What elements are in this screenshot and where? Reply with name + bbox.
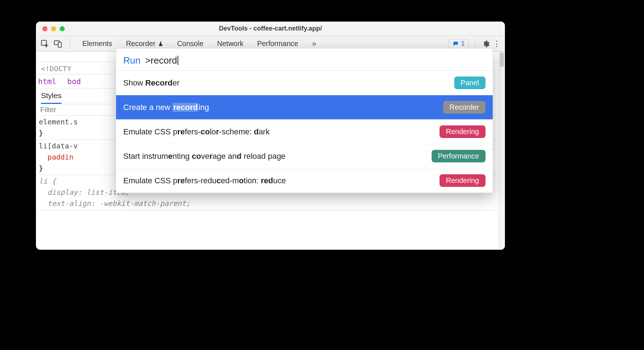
close-window-button[interactable] (42, 26, 47, 31)
rule-prop: paddin (47, 153, 73, 161)
rule-selector: li { (39, 177, 56, 185)
titlebar: DevTools - coffee-cart.netlify.app/ (36, 22, 505, 36)
tab-elements[interactable]: Elements (82, 40, 112, 48)
inspect-icon[interactable] (40, 39, 50, 49)
rule-prop: display (47, 188, 78, 197)
tabs-overflow[interactable]: » (312, 39, 316, 49)
command-item-label: Start instrumenting coverage and reload … (123, 152, 285, 161)
issues-chip[interactable]: 1 (448, 39, 469, 49)
command-item-pill: Rendering (440, 125, 486, 138)
tab-network[interactable]: Network (217, 40, 243, 48)
run-label: Run (123, 55, 141, 66)
settings-button[interactable] (482, 40, 490, 48)
flask-icon (158, 41, 164, 47)
brace: } (39, 164, 43, 172)
chat-icon (452, 41, 459, 47)
command-item[interactable]: Emulate CSS prefers-color-scheme: darkRe… (116, 120, 493, 144)
toolbar-right: 1 ⋮ (448, 39, 501, 49)
minimize-window-button[interactable] (51, 26, 56, 31)
command-query: >record (145, 55, 177, 66)
tab-console[interactable]: Console (177, 40, 203, 48)
command-item-label: Show Recorder (123, 78, 180, 88)
command-item[interactable]: Emulate CSS prefers-reduced-motion: redu… (116, 169, 493, 193)
command-item[interactable]: Start instrumenting coverage and reload … (116, 144, 493, 169)
panel-tabs: Elements Recorder Console Network Perfor… (77, 39, 445, 49)
tab-recorder-label: Recorder (126, 40, 155, 48)
scrollbar-thumb[interactable] (500, 52, 504, 67)
command-item[interactable]: Create a new recordingRecorder (116, 95, 493, 120)
rule-selector: li[data-v (39, 142, 78, 150)
device-toggle-icon[interactable] (53, 39, 63, 49)
command-item[interactable]: Show RecorderPanel (116, 71, 493, 95)
divider (70, 39, 70, 49)
zoom-window-button[interactable] (60, 26, 65, 31)
brace: } (39, 129, 43, 137)
traffic-lights (36, 26, 65, 31)
command-item-pill: Recorder (443, 101, 486, 114)
more-menu-button[interactable]: ⋮ (493, 40, 501, 48)
devtools-window: DevTools - coffee-cart.netlify.app/ Elem… (36, 22, 505, 250)
tab-performance[interactable]: Performance (257, 40, 298, 48)
rule-selector: element.s (39, 118, 78, 126)
text-caret (178, 56, 178, 65)
command-item-pill: Rendering (440, 174, 486, 187)
command-item-label: Create a new recording (123, 103, 209, 112)
rule-prop: text-align (47, 199, 91, 208)
command-item-pill: Panel (454, 77, 486, 89)
command-menu: Run >record Show RecorderPanelCreate a n… (116, 48, 493, 193)
command-item-label: Emulate CSS prefers-reduced-motion: redu… (123, 176, 286, 185)
divider (475, 39, 475, 49)
command-item-pill: Performance (432, 150, 486, 162)
tab-recorder[interactable]: Recorder (126, 40, 163, 48)
command-items: Show RecorderPanelCreate a new recording… (116, 71, 493, 193)
rule-val: -webkit-match-parent (100, 199, 186, 208)
crumb-html[interactable]: html (38, 77, 56, 86)
issues-count: 1 (461, 40, 465, 47)
window-title: DevTools - coffee-cart.netlify.app/ (36, 25, 505, 32)
svg-rect-2 (58, 42, 61, 47)
command-menu-search[interactable]: Run >record (116, 49, 493, 71)
command-item-label: Emulate CSS prefers-color-scheme: dark (123, 127, 270, 137)
scrollbar[interactable] (498, 52, 505, 250)
subtab-styles[interactable]: Styles (41, 91, 61, 104)
crumb-body[interactable]: bod (67, 77, 81, 86)
